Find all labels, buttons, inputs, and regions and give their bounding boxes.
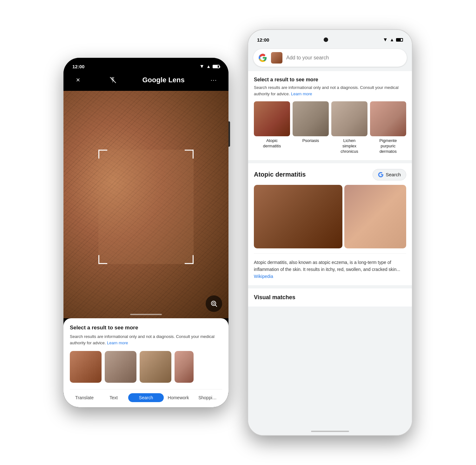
thumb-atopic-right	[254, 101, 290, 136]
battery-icon-right	[396, 38, 403, 42]
search-bar-container: Add to your search	[248, 46, 412, 71]
condition-col-lichen[interactable]: Lichensimplexchronicus	[331, 101, 367, 154]
search-screen: 12:00 ▼ ▲	[248, 30, 412, 435]
thumb-psoriasis-right	[293, 101, 329, 136]
results-card-title: Select a result to see more	[254, 77, 406, 83]
label-lichen: Lichensimplexchronicus	[340, 138, 358, 154]
tab-search[interactable]: Search	[128, 393, 164, 402]
condition-col-atopic[interactable]: Atopicdermatitis	[254, 101, 290, 154]
visual-matches-title: Visual matches	[254, 294, 406, 301]
google-search-button[interactable]: Search	[373, 169, 406, 180]
thumb-psoriasis[interactable]	[105, 351, 136, 383]
more-button[interactable]: ⋯	[208, 74, 220, 86]
lens-toolbar: × Google Lens ⋯	[63, 72, 228, 91]
svg-point-3	[213, 302, 215, 304]
search-content[interactable]: Select a result to see more Search resul…	[248, 71, 412, 428]
home-indicator-right	[248, 428, 412, 435]
flash-off-icon	[109, 77, 116, 84]
lens-bottom-sheet: Select a result to see more Search resul…	[63, 318, 228, 407]
tab-translate[interactable]: Translate	[70, 393, 99, 402]
label-psoriasis: Psoriasis	[302, 138, 319, 144]
atopic-image-1	[254, 185, 342, 248]
label-pigmented: Pigmentepurpuricdermatos	[380, 138, 397, 154]
wikipedia-link[interactable]: Wikipedia	[254, 274, 273, 279]
lens-tabs: Translate Text Search Homework Shoppi…	[70, 389, 222, 405]
selection-box	[98, 150, 194, 264]
home-bar	[311, 431, 349, 432]
search-placeholder: Add to your search	[286, 55, 402, 61]
left-phone: 12:00 ▼ ▲ ×	[63, 58, 228, 407]
selection-inner	[98, 150, 194, 264]
search-btn-label: Search	[386, 172, 401, 177]
lens-viewfinder	[63, 91, 228, 318]
left-status-bar: 12:00 ▼ ▲	[63, 58, 228, 72]
visual-search-icon	[210, 300, 218, 307]
atopic-images	[254, 185, 406, 248]
corner-br	[185, 255, 194, 264]
corner-tr	[185, 150, 194, 158]
wifi-icon: ▼	[199, 64, 204, 69]
results-card: Select a result to see more Search resul…	[248, 71, 412, 160]
signal-icon-right: ▲	[390, 37, 394, 42]
thumb-lichen[interactable]	[140, 351, 171, 383]
wifi-icon-right: ▼	[383, 37, 388, 43]
visual-matches-section: Visual matches	[248, 288, 412, 307]
tab-text[interactable]: Text	[99, 393, 128, 402]
lens-screen: 12:00 ▼ ▲ ×	[63, 58, 228, 407]
lens-title: Google Lens	[142, 76, 184, 84]
tab-homework[interactable]: Homework	[164, 393, 193, 402]
bottom-sheet-subtitle: Search results are informational only an…	[70, 334, 222, 346]
camera-preview	[63, 91, 228, 318]
atopic-header: Atopic dermatitis Search	[254, 169, 406, 180]
thumb-atopic[interactable]	[70, 351, 102, 383]
results-learn-more-link[interactable]: Learn more	[291, 91, 312, 96]
left-time: 12:00	[72, 64, 84, 69]
google-g-small	[378, 172, 384, 178]
condition-thumbnails-row: Atopicdermatitis Psoriasis Lichensimplex…	[254, 101, 406, 154]
search-bar[interactable]: Add to your search	[253, 49, 407, 67]
lens-search-icon-btn[interactable]	[206, 295, 222, 312]
right-time: 12:00	[257, 37, 269, 43]
thumb-pigmented[interactable]	[175, 351, 194, 383]
atopic-description: Atopic dermatitis, also known as atopic …	[254, 253, 406, 285]
corner-tl	[98, 150, 107, 158]
signal-icon: ▲	[206, 64, 211, 69]
atopic-section-title: Atopic dermatitis	[254, 171, 306, 178]
thumb-lichen-right	[331, 101, 367, 136]
results-card-subtitle: Search results are informational only an…	[254, 84, 406, 97]
home-indicator	[130, 314, 162, 315]
flash-button[interactable]	[107, 74, 119, 86]
thumb-pigmented-right	[370, 101, 406, 136]
bottom-sheet-title: Select a result to see more	[70, 325, 222, 331]
search-thumb-image	[271, 52, 282, 64]
learn-more-link[interactable]: Learn more	[107, 340, 128, 345]
right-phone: 12:00 ▼ ▲	[248, 29, 413, 436]
google-logo	[258, 53, 267, 62]
close-button[interactable]: ×	[72, 74, 84, 86]
left-status-icons: ▼ ▲	[199, 64, 220, 69]
results-thumbnails	[70, 351, 222, 383]
atopic-section: Atopic dermatitis Search	[248, 163, 412, 285]
atopic-image-2	[344, 185, 406, 248]
corner-bl	[98, 255, 107, 264]
atopic-desc-text: Atopic dermatitis, also known as atopic …	[254, 259, 406, 280]
camera-notch	[324, 37, 328, 42]
svg-line-2	[215, 305, 217, 307]
condition-col-psoriasis[interactable]: Psoriasis	[293, 101, 329, 154]
condition-col-pigmented[interactable]: Pigmentepurpuricdermatos	[370, 101, 406, 154]
right-status-icons: ▼ ▲	[383, 37, 403, 43]
label-atopic: Atopicdermatitis	[263, 138, 281, 149]
tab-shopping[interactable]: Shoppi…	[193, 393, 222, 402]
battery-icon	[213, 65, 220, 68]
right-status-bar: 12:00 ▼ ▲	[248, 30, 412, 46]
